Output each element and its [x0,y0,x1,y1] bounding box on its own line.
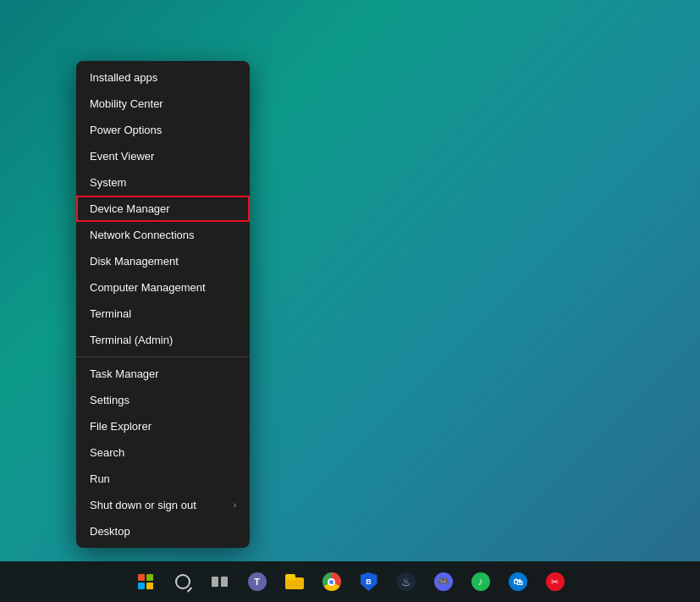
task-view-button[interactable] [203,565,237,599]
menu-item-terminal-admin[interactable]: Terminal (Admin) [76,327,250,353]
desktop: Installed appsMobility CenterPower Optio… [0,0,700,602]
file-explorer-button[interactable] [278,565,311,599]
menu-item-label: Terminal (Admin) [90,334,173,346]
menu-item-label: Installed apps [90,71,157,84]
teams-button[interactable]: T [240,565,274,599]
menu-item-label: File Explorer [90,420,152,433]
chrome-button[interactable] [315,565,349,599]
menu-item-event-viewer[interactable]: Event Viewer [76,143,250,169]
context-menu: Installed appsMobility CenterPower Optio… [76,61,250,548]
menu-item-label: Mobility Center [90,97,163,110]
menu-item-label: Task Manager [90,367,159,380]
menu-item-system[interactable]: System [76,169,250,196]
snip-icon: ✂ [546,572,565,591]
discord-icon: 🎮 [434,572,453,591]
menu-item-task-manager[interactable]: Task Manager [76,361,250,387]
steam-icon: ♨ [397,572,416,591]
menu-item-label: Desktop [90,525,130,538]
ms-store-icon: 🛍 [509,572,527,591]
search-taskbar-button[interactable] [166,565,200,599]
menu-item-label: Search [90,446,124,459]
menu-item-label: Network Connections [90,229,195,241]
bitwarden-icon: B [361,572,378,591]
menu-item-label: Terminal [90,307,131,320]
menu-item-label: Computer Management [90,281,206,294]
menu-item-computer-management[interactable]: Computer Management [76,274,250,301]
submenu-chevron-icon: › [234,500,236,510]
menu-item-network-connections[interactable]: Network Connections [76,222,250,248]
menu-item-file-explorer[interactable]: File Explorer [76,413,250,439]
menu-item-label: Run [90,472,110,485]
menu-item-desktop[interactable]: Desktop [76,518,250,544]
teams-icon: T [248,572,267,591]
ms-store-button[interactable]: 🛍 [501,565,535,599]
menu-item-mobility-center[interactable]: Mobility Center [76,91,250,117]
menu-item-run[interactable]: Run [76,466,250,492]
menu-item-label: Event Viewer [90,150,154,163]
chrome-icon [322,572,341,591]
task-view-icon [212,577,228,587]
windows-icon [138,574,153,589]
menu-item-settings[interactable]: Settings [76,387,250,413]
menu-item-label: Shut down or sign out [90,499,196,511]
snip-button[interactable]: ✂ [538,565,572,599]
steam-button[interactable]: ♨ [389,565,423,599]
menu-item-label: Settings [90,394,130,406]
menu-item-label: Power Options [90,124,162,136]
menu-item-label: Disk Management [90,255,179,268]
taskbar: T B ♨ [0,561,700,602]
menu-item-installed-apps[interactable]: Installed apps [76,64,250,91]
menu-divider [76,356,250,357]
menu-item-device-manager[interactable]: Device Manager [76,196,250,222]
spotify-button[interactable]: ♪ [464,565,498,599]
spotify-icon: ♪ [471,572,490,591]
discord-button[interactable]: 🎮 [427,565,460,599]
menu-item-label: System [90,176,126,189]
bitwarden-button[interactable]: B [352,565,386,599]
menu-item-terminal[interactable]: Terminal [76,301,250,327]
search-icon [175,574,190,589]
menu-item-label: Device Manager [90,202,170,215]
menu-item-shut-down[interactable]: Shut down or sign out› [76,492,250,518]
menu-item-search[interactable]: Search [76,439,250,466]
menu-item-power-options[interactable]: Power Options [76,117,250,143]
file-explorer-icon [285,574,304,589]
menu-item-disk-management[interactable]: Disk Management [76,248,250,274]
start-button[interactable] [129,565,163,599]
